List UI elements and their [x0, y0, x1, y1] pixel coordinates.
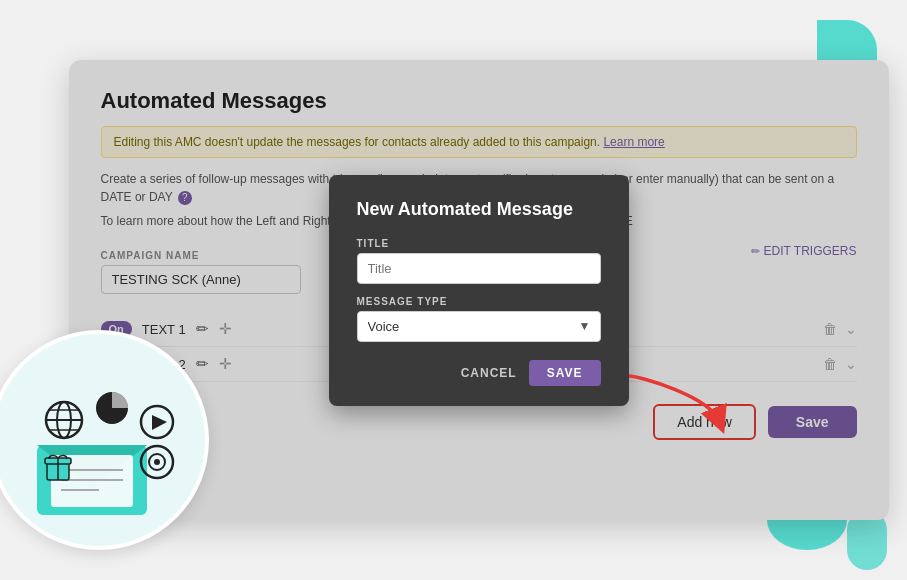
modal-cancel-button[interactable]: CANCEL: [461, 360, 517, 386]
illustration-inner: [0, 334, 205, 546]
message-type-select-wrap: Voice Text Email ▼: [357, 311, 601, 342]
title-field-label: TITLE: [357, 238, 601, 249]
svg-marker-13: [152, 415, 167, 430]
title-input[interactable]: [357, 253, 601, 284]
illustration-circle: [0, 330, 209, 550]
modal-title: New Automated Message: [357, 199, 601, 220]
modal-actions: CANCEL SAVE: [357, 360, 601, 386]
modal-save-button[interactable]: SAVE: [529, 360, 601, 386]
message-type-label: MESSAGE TYPE: [357, 296, 601, 307]
svg-point-16: [154, 459, 160, 465]
new-automated-message-modal: New Automated Message TITLE MESSAGE TYPE…: [329, 175, 629, 406]
message-type-select[interactable]: Voice Text Email: [357, 311, 601, 342]
main-card: Automated Messages Editing this AMC does…: [69, 60, 889, 520]
